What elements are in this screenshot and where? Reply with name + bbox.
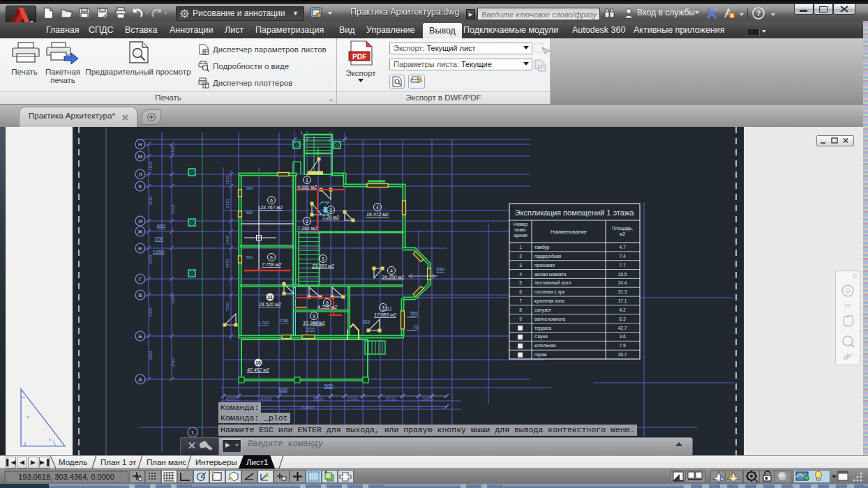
svg-text:гостиная с эрк: гостиная с эрк xyxy=(534,289,564,295)
svg-text:7260: 7260 xyxy=(171,295,175,305)
svg-text:34.250 м2: 34.250 м2 xyxy=(382,275,404,280)
svg-text:1.700: 1.700 xyxy=(258,321,269,325)
svg-text:7: 7 xyxy=(382,305,384,310)
svg-text:1510: 1510 xyxy=(171,145,175,155)
svg-text:7670: 7670 xyxy=(149,307,153,317)
svg-text:4200: 4200 xyxy=(225,397,237,402)
svg-text:Е: Е xyxy=(138,245,142,252)
svg-text:42.452 м2: 42.452 м2 xyxy=(247,367,269,372)
svg-text:2: 2 xyxy=(519,254,522,259)
svg-text:17.085 м2: 17.085 м2 xyxy=(374,312,396,317)
svg-text:500: 500 xyxy=(246,211,253,215)
svg-text:42.7: 42.7 xyxy=(618,326,627,330)
svg-text:1780: 1780 xyxy=(279,319,289,323)
svg-text:терраса: терраса xyxy=(534,326,552,331)
svg-text:24.4: 24.4 xyxy=(618,280,627,285)
svg-text:тамбур: тамбур xyxy=(534,245,550,250)
svg-text:9: 9 xyxy=(313,314,315,319)
svg-text:500: 500 xyxy=(324,383,334,389)
svg-text:4: 4 xyxy=(376,205,379,210)
svg-text:7.7: 7.7 xyxy=(619,263,625,268)
svg-text:1: 1 xyxy=(191,429,195,436)
svg-text:7.9: 7.9 xyxy=(619,343,625,348)
svg-text:7260: 7260 xyxy=(225,302,230,312)
svg-text:1510: 1510 xyxy=(149,161,153,171)
svg-text:5110: 5110 xyxy=(171,204,175,214)
svg-text:1950: 1950 xyxy=(153,249,165,255)
svg-text:гараж: гараж xyxy=(534,352,547,358)
svg-text:3610: 3610 xyxy=(149,196,153,206)
svg-text:5110: 5110 xyxy=(225,199,230,208)
svg-text:6.3: 6.3 xyxy=(619,317,625,321)
svg-text:м2: м2 xyxy=(620,231,625,236)
svg-text:План 1 эт: План 1 эт xyxy=(100,458,137,466)
svg-text:500: 500 xyxy=(279,387,288,393)
svg-text:24.520 м2: 24.520 м2 xyxy=(258,302,281,307)
svg-text:8: 8 xyxy=(519,307,522,312)
svg-text:Л: Л xyxy=(138,171,142,178)
svg-text:2: 2 xyxy=(306,219,308,224)
svg-text:кухонная зона: кухонная зона xyxy=(534,298,564,304)
svg-text:1700: 1700 xyxy=(347,397,358,402)
svg-text:3: 3 xyxy=(329,208,332,213)
svg-text:17.1: 17.1 xyxy=(618,298,627,303)
svg-text:Б: Б xyxy=(138,333,142,340)
svg-text:В: В xyxy=(138,292,142,298)
svg-text:М: М xyxy=(138,153,143,160)
svg-text:3.6: 3.6 xyxy=(619,334,625,339)
svg-text:1510: 1510 xyxy=(225,175,230,185)
svg-text:3600: 3600 xyxy=(149,351,153,360)
svg-text:Ж: Ж xyxy=(137,229,143,235)
svg-text:Модель: Модель xyxy=(59,458,87,466)
svg-text:7.393 м2: 7.393 м2 xyxy=(297,226,317,231)
svg-text:5: 5 xyxy=(519,280,522,285)
svg-text:16.472 м2: 16.472 м2 xyxy=(366,212,389,217)
svg-text:4.7: 4.7 xyxy=(619,245,625,250)
svg-text:10: 10 xyxy=(255,360,261,365)
svg-text:4700: 4700 xyxy=(260,397,271,402)
svg-text:Экспликация помещений 1 этажа: Экспликация помещений 1 этажа xyxy=(515,208,635,217)
svg-text:Н: Н xyxy=(138,142,142,148)
svg-text:котельная: котельная xyxy=(534,343,556,348)
svg-text:Наименование: Наименование xyxy=(551,229,587,235)
svg-text:350: 350 xyxy=(436,267,444,272)
svg-text:Г: Г xyxy=(139,276,142,282)
svg-text:7.759 м2: 7.759 м2 xyxy=(262,262,281,267)
svg-text:3700: 3700 xyxy=(385,397,396,402)
svg-text:гардеробная: гардеробная xyxy=(534,254,562,259)
svg-text:20800: 20800 xyxy=(301,405,315,410)
svg-text:Площадь,: Площадь, xyxy=(612,226,633,231)
svg-text:И: И xyxy=(138,218,142,224)
svg-text:К: К xyxy=(139,183,142,190)
svg-text:4: 4 xyxy=(519,272,522,277)
svg-text:Лист1: Лист1 xyxy=(246,458,268,466)
svg-text:31.3: 31.3 xyxy=(618,289,627,294)
svg-text:10.366 м2: 10.366 м2 xyxy=(303,321,325,326)
svg-text:ванна комната: ванна комната xyxy=(534,317,566,321)
svg-text:Интерьеры: Интерьеры xyxy=(195,458,237,466)
svg-text:3670: 3670 xyxy=(149,254,153,264)
svg-text:7: 7 xyxy=(519,298,522,303)
svg-text:поме-: поме- xyxy=(514,227,526,232)
svg-text:4.2: 4.2 xyxy=(619,307,625,312)
svg-text:220: 220 xyxy=(363,319,371,323)
svg-text:9: 9 xyxy=(519,317,522,321)
svg-text:А: А xyxy=(138,376,142,383)
svg-text:500: 500 xyxy=(246,255,253,259)
svg-text:550: 550 xyxy=(410,311,418,316)
svg-text:3500: 3500 xyxy=(313,397,324,402)
svg-text:х: х xyxy=(27,415,29,419)
svg-text:1: 1 xyxy=(306,178,308,183)
svg-text:прихожая: прихожая xyxy=(534,263,555,268)
svg-text:жилая комната: жилая комната xyxy=(534,272,567,277)
svg-text:PDF: PDF xyxy=(352,53,366,61)
svg-text:1: 1 xyxy=(519,245,522,250)
svg-text:?: ? xyxy=(756,9,761,17)
svg-text:2D: 2D xyxy=(844,303,851,309)
svg-text:Номер: Номер xyxy=(514,222,527,227)
svg-text:19.5: 19.5 xyxy=(618,272,627,277)
svg-text:23.767 м2: 23.767 м2 xyxy=(260,205,283,210)
svg-text:7.20 м2: 7.20 м2 xyxy=(322,215,339,220)
svg-text:11: 11 xyxy=(267,295,273,300)
svg-text:500: 500 xyxy=(246,186,253,190)
